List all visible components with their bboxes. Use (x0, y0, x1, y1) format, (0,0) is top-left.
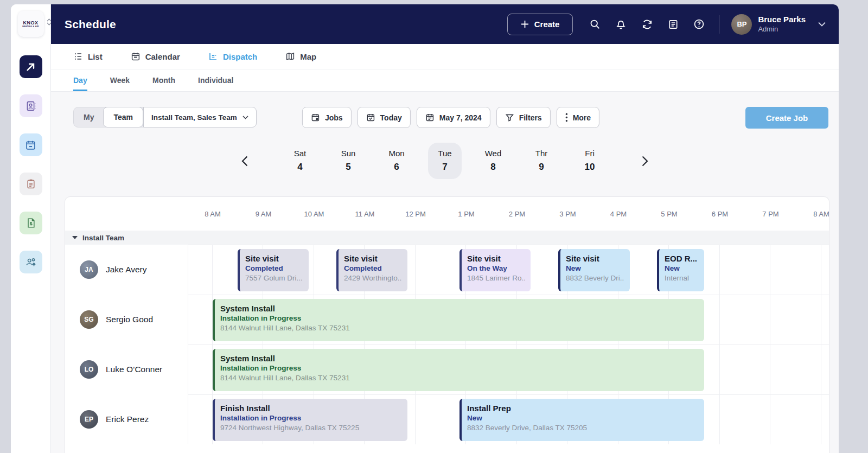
notifications-icon[interactable] (615, 18, 627, 30)
top-bar-actions: Create (507, 14, 826, 35)
filters-button-label: Filters (519, 113, 542, 122)
technician-row: LO Luke O’Conner System Install Installa… (65, 344, 829, 394)
row-grid: System Install Installation in Progress … (188, 344, 829, 394)
search-icon[interactable] (589, 18, 601, 30)
kebab-menu-icon (565, 113, 568, 122)
avatar: SG (80, 310, 98, 329)
today-button-label: Today (380, 113, 402, 122)
event-card[interactable]: Install Prep New 8832 Beverly Drive, Dal… (459, 399, 704, 441)
event-address: 9724 Northwest Highway, Dallas TX 75225 (220, 424, 402, 432)
company-logo-subtitle: HEATING & AIR (22, 25, 39, 28)
toggle-my[interactable]: My (74, 107, 104, 127)
day-label: Fri (573, 149, 607, 158)
notes-icon[interactable] (668, 19, 679, 30)
sync-icon[interactable] (641, 18, 653, 30)
sidebar-item-schedule[interactable] (20, 133, 42, 156)
header-divider (719, 15, 719, 34)
date-strip: Sat 4 Sun 5 Mon 6 Tue 7 Wed 8 (51, 143, 839, 179)
event-status: On the Way (467, 264, 525, 272)
technician-rows: JA Jake Avery Site visit Completed 7557 … (65, 245, 829, 444)
invoice-icon (25, 218, 36, 228)
hour-tick: 4 PM (610, 210, 627, 218)
subtab-individual[interactable]: Individual (198, 69, 233, 91)
subtab-week[interactable]: Week (110, 69, 130, 91)
sidebar-item-estimates[interactable] (20, 173, 42, 195)
hour-tick: 6 PM (712, 210, 728, 218)
sidebar-item-contacts[interactable] (20, 94, 42, 117)
more-button[interactable]: More (557, 107, 599, 128)
day-label: Thr (525, 149, 558, 158)
technician-row: JA Jake Avery Site visit Completed 7557 … (65, 245, 829, 295)
tab-list[interactable]: List (73, 52, 103, 61)
event-address: 8832 Beverly Dri... (566, 274, 624, 282)
sidebar-item-invoices[interactable] (20, 212, 42, 234)
event-card[interactable]: System Install Installation in Progress … (213, 349, 704, 391)
technician-name: Luke O’Conner (106, 365, 162, 374)
tab-calendar[interactable]: Calendar (131, 52, 180, 61)
hour-tick: 2 PM (509, 210, 525, 218)
jobs-button[interactable]: Jobs (302, 107, 352, 128)
avatar: JA (80, 260, 98, 279)
technician-row: SG Sergio Good System Install Installati… (65, 295, 829, 344)
create-job-button[interactable]: Create Job (745, 107, 828, 129)
filters-button[interactable]: Filters (496, 107, 551, 128)
row-grid: System Install Installation in Progress … (188, 295, 829, 344)
dispatch-board: 8 AM 9 AM 10 AM 11 AM 12 PM 1 PM 2 PM 3 … (65, 196, 829, 453)
event-status: New (467, 414, 699, 422)
tab-dispatch[interactable]: Dispatch (208, 52, 257, 61)
date-picker-button[interactable]: May 7, 2024 (417, 107, 490, 128)
technician-erick-perez[interactable]: EP Erick Perez (65, 394, 188, 444)
tab-calendar-label: Calendar (145, 52, 180, 61)
plus-icon (521, 20, 529, 28)
help-icon[interactable] (693, 18, 705, 30)
today-calendar-icon (366, 113, 375, 122)
event-card[interactable]: Finish Install Installation in Progress … (213, 399, 407, 441)
sidebar-item-home[interactable] (20, 55, 42, 78)
page-title: Schedule (65, 18, 116, 31)
sidebar-item-team-settings[interactable] (20, 251, 42, 273)
team-settings-icon (25, 256, 37, 268)
team-filter-dropdown[interactable]: Install Team, Sales Team (143, 107, 257, 127)
user-avatar: BP (731, 14, 752, 35)
chevron-right-icon[interactable] (636, 150, 654, 172)
day-cell-tue-selected[interactable]: Tue 7 (428, 143, 462, 179)
chevron-left-icon[interactable] (236, 150, 253, 172)
technician-jake-avery[interactable]: JA Jake Avery (65, 245, 188, 295)
event-card[interactable]: Site visit Completed 2429 Worthingto... (336, 249, 407, 291)
user-role: Admin (758, 25, 806, 34)
subtab-day[interactable]: Day (73, 69, 87, 91)
date-controls: Jobs Today May 7, 2024 (302, 107, 599, 128)
day-cell-wed[interactable]: Wed 8 (476, 143, 510, 179)
day-cell-fri[interactable]: Fri 10 (573, 143, 607, 179)
event-card[interactable]: System Install Installation in Progress … (213, 299, 704, 341)
hour-tick: 10 AM (304, 210, 324, 218)
hour-tick: 7 PM (762, 210, 778, 218)
top-bar: Schedule Create (51, 4, 839, 44)
day-cell-mon[interactable]: Mon 6 (380, 143, 413, 179)
event-card[interactable]: EOD R... New Internal (657, 249, 704, 291)
event-card[interactable]: Site visit On the Way 1845 Larimer Ro... (459, 249, 531, 291)
day-cell-sun[interactable]: Sun 5 (331, 143, 365, 179)
day-number: 5 (331, 162, 365, 173)
hour-tick: 8 AM (813, 210, 829, 218)
event-card[interactable]: Site visit Completed 7557 Golum Dri... (238, 249, 309, 291)
day-cell-thr[interactable]: Thr 9 (525, 143, 558, 179)
subtab-month[interactable]: Month (152, 69, 175, 91)
toggle-team[interactable]: Team (103, 107, 143, 127)
today-button[interactable]: Today (358, 107, 411, 128)
dispatch-icon (208, 52, 218, 61)
event-card[interactable]: Site visit New 8832 Beverly Dri... (558, 249, 630, 291)
user-menu[interactable]: BP Bruce Parks Admin (731, 14, 826, 35)
company-logo[interactable]: KNOX HEATING & AIR (18, 11, 44, 37)
jobs-calendar-icon (311, 113, 320, 122)
group-header-install-team[interactable]: Install Team (65, 231, 829, 245)
hour-tick: 8 AM (205, 210, 221, 218)
hour-tick: 11 AM (355, 210, 375, 218)
technician-sergio-good[interactable]: SG Sergio Good (65, 295, 188, 344)
contacts-icon (25, 100, 36, 112)
tab-map[interactable]: Map (285, 52, 316, 61)
event-status: Completed (344, 264, 402, 272)
create-button[interactable]: Create (507, 14, 573, 35)
technician-luke-oconner[interactable]: LO Luke O’Conner (65, 344, 188, 394)
day-cell-sat[interactable]: Sat 4 (283, 143, 317, 179)
